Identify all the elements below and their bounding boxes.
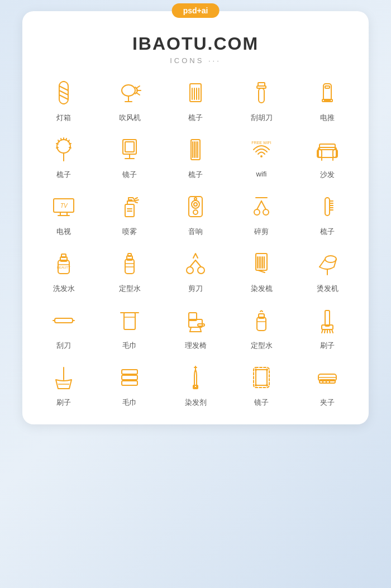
svg-point-138 (255, 384, 257, 386)
shuz3-label: 梳子 (188, 170, 203, 180)
dengxiang-icon (47, 76, 80, 109)
dingxingshui2-label: 定型水 (251, 341, 273, 351)
cuijian-icon (245, 190, 278, 223)
ranfashu-label: 染发梳 (251, 284, 273, 294)
icon-jingzi1: 镜子 (99, 133, 160, 180)
svg-line-94 (196, 260, 201, 267)
svg-rect-132 (122, 381, 137, 385)
xifashui-label: 洗发水 (53, 284, 75, 294)
icon-shuz2: 梳子 (34, 133, 94, 180)
svg-point-69 (193, 210, 198, 214)
svg-rect-121 (325, 310, 330, 326)
dengxiang-label: 灯箱 (56, 113, 71, 123)
icon-jiandao: 剪刀 (165, 247, 226, 294)
svg-line-62 (135, 202, 137, 203)
shuzi2-icon (47, 361, 80, 394)
shuzi2-label: 刷子 (56, 398, 71, 408)
penmu-icon (113, 190, 146, 223)
icon-guadao: 刮刀 (34, 304, 94, 351)
svg-rect-83 (61, 254, 66, 257)
icon-guahudao: 刮胡刀 (231, 76, 292, 123)
svg-line-73 (261, 201, 266, 209)
jingzi2-label: 镜子 (254, 398, 269, 408)
icon-wifi: FREE WIFI wifi (231, 133, 292, 180)
svg-rect-135 (256, 370, 267, 385)
icon-ranfashu: 染发梳 (231, 247, 292, 294)
icon-maojin1: 毛巾 (99, 304, 160, 351)
icon-jiazi: 夹子 (297, 361, 357, 408)
icon-chuifengji: 吹风机 (99, 76, 160, 123)
shuz1-icon (179, 76, 212, 109)
svg-point-136 (255, 369, 257, 371)
svg-rect-19 (259, 88, 264, 103)
xifashui-icon: BEAUTY (47, 247, 80, 280)
svg-rect-40 (125, 142, 134, 152)
yinxiang-icon (179, 190, 212, 223)
svg-point-67 (194, 203, 197, 206)
svg-rect-118 (257, 317, 266, 331)
svg-point-102 (325, 256, 336, 262)
svg-line-34 (56, 147, 58, 148)
shuzi1-icon (311, 304, 344, 337)
svg-line-60 (135, 198, 137, 199)
icon-dingxingshui2: 定型水 (231, 304, 292, 351)
lifayi-icon (179, 304, 212, 337)
svg-point-68 (194, 198, 197, 200)
svg-rect-114 (198, 324, 204, 326)
icon-yinxiang: 音响 (165, 190, 226, 237)
badge: psd+ai (172, 3, 220, 18)
svg-line-30 (66, 138, 66, 140)
svg-line-9 (136, 86, 140, 88)
svg-line-3 (59, 95, 68, 99)
svg-point-71 (263, 209, 269, 215)
maojin1-icon (113, 304, 146, 337)
ranfaji-label: 染发剂 (185, 398, 207, 408)
icon-shafa: 沙发 (297, 133, 357, 180)
maojin2-icon (113, 361, 146, 394)
shuz2-label: 梳子 (56, 170, 71, 180)
svg-point-91 (187, 267, 193, 274)
svg-rect-25 (325, 86, 330, 88)
ranfashu-icon (245, 247, 278, 280)
jingzi1-label: 镜子 (122, 170, 137, 180)
svg-line-127 (332, 329, 333, 333)
icon-diantui: 电推 (297, 76, 357, 123)
header-title: IBAOTU.COM (34, 34, 357, 54)
svg-line-32 (69, 144, 71, 144)
chuifengji-label: 吹风机 (119, 113, 141, 123)
icon-cuijian: 碎剪 (231, 190, 292, 237)
svg-point-139 (266, 384, 268, 386)
ranfaji-icon (179, 361, 212, 394)
svg-line-35 (69, 147, 71, 148)
shuzi1-label: 刷子 (320, 341, 335, 351)
icons-grid: 灯箱 吹风机 (34, 76, 357, 408)
svg-line-33 (56, 144, 58, 144)
guahudao-label: 刮胡刀 (251, 113, 273, 123)
svg-line-126 (330, 329, 330, 333)
svg-line-124 (325, 329, 325, 333)
jiazi-icon (311, 361, 344, 394)
svg-line-104 (334, 259, 336, 267)
yinxiang-label: 音响 (188, 227, 203, 237)
svg-rect-88 (128, 254, 131, 256)
svg-rect-48 (318, 147, 336, 157)
svg-rect-131 (122, 375, 137, 380)
svg-line-2 (59, 90, 68, 95)
svg-line-115 (190, 327, 191, 332)
tangfaji-icon (311, 247, 344, 280)
svg-point-66 (192, 200, 199, 208)
guadao-label: 刮刀 (56, 341, 71, 351)
dingxingshui1-icon (113, 247, 146, 280)
svg-line-72 (257, 201, 261, 209)
dingxingshui2-icon (245, 304, 278, 337)
icon-shuz3: 梳子 (165, 133, 226, 180)
header: IBAOTU.COM ICONS ··· (34, 34, 357, 65)
svg-text:FREE WIFI: FREE WIFI (251, 141, 271, 145)
icon-ranfaji: 染发剂 (165, 361, 226, 408)
svg-line-11 (136, 93, 140, 95)
svg-text:BEAUTY: BEAUTY (57, 266, 70, 269)
icon-maojin2: 毛巾 (99, 361, 160, 408)
svg-rect-75 (325, 198, 330, 216)
svg-point-6 (122, 85, 135, 96)
dianshi-label: 电视 (56, 227, 71, 237)
